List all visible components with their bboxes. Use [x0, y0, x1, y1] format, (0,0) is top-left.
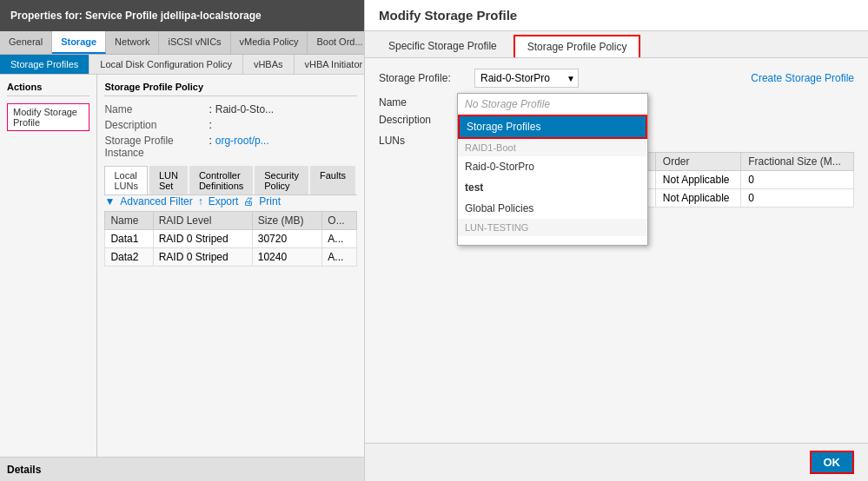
tab-boot[interactable]: Boot Ord... [308, 31, 364, 54]
rcol-frac: Fractional Size (M... [741, 153, 854, 171]
storage-policy-title: Storage Profile Policy [104, 82, 357, 96]
policy-name-label: Name [104, 103, 209, 115]
tab-iscsi[interactable]: iSCSI vNICs [159, 31, 230, 54]
table-toolbar: ▼ Advanced Filter ↑ Export 🖨 Print [104, 195, 357, 208]
inner-tabs: Local LUNs LUN Set Controller Definition… [104, 166, 357, 195]
left-header: Properties for: Service Profile jdellipa… [0, 0, 364, 31]
storage-profile-dropdown[interactable]: Raid-0-StorPro ▼ [474, 69, 579, 88]
toolbar-separator: ↑ [198, 195, 203, 208]
dropdown-item-lun-testing[interactable] [458, 236, 647, 245]
tab-storage[interactable]: Storage [52, 31, 106, 54]
rcol-order: Order [655, 153, 740, 171]
dropdown-item-raid1-boot[interactable]: Raid-0-StorPro [458, 156, 647, 177]
main-tab-bar: General Storage Network iSCSI vNICs vMed… [0, 31, 364, 55]
inner-tab-lun-set[interactable]: LUN Set [149, 166, 188, 194]
modify-storage-profile-button[interactable]: Modify Storage Profile [7, 103, 89, 131]
sub-tab-storage-profiles[interactable]: Storage Profiles [0, 55, 89, 74]
inner-tab-security[interactable]: Security Policy [255, 166, 308, 194]
filter-icon: ▼ [104, 195, 115, 208]
row-size: 10240 [252, 248, 322, 267]
rrow-order: Not Applicable [655, 171, 740, 189]
sub-tab-vhba-initiator[interactable]: vHBA Initiator Grou... [295, 55, 365, 74]
col-name: Name [105, 212, 153, 230]
left-panel: Properties for: Service Profile jdellipa… [0, 0, 365, 481]
col-raid: RAID Level [153, 212, 252, 230]
dropdown-display[interactable]: Raid-0-StorPro [474, 69, 579, 88]
row-other: A... [322, 248, 357, 267]
row-name: Data2 [105, 248, 153, 267]
panel-content: Actions Modify Storage Profile Storage P… [0, 75, 364, 457]
tab-network[interactable]: Network [106, 31, 159, 54]
policy-desc-label: Description [104, 119, 209, 131]
dropdown-section-storage-profiles: RAID1-Boot [458, 139, 647, 156]
table-row[interactable]: Data2 RAID 0 Striped 10240 A... [105, 248, 357, 267]
ok-btn-bar: OK [365, 443, 868, 481]
dropdown-item-raid0-storpro[interactable]: test [458, 177, 647, 198]
policy-name-value: Raid-0-Sto... [215, 103, 274, 115]
row-other: A... [322, 230, 357, 248]
right-header-title: Modify Storage Profile [365, 0, 868, 31]
row-size: 30720 [252, 230, 322, 248]
row-raid: RAID 0 Striped [153, 230, 252, 248]
inner-tab-controller[interactable]: Controller Definitions [189, 166, 253, 194]
policy-instance-label: Storage Profile Instance [104, 135, 209, 159]
ok-button[interactable]: OK [810, 451, 855, 474]
print-icon: 🖨 [243, 195, 254, 208]
dropdown-item-test[interactable]: Global Policies [458, 198, 647, 219]
export-button[interactable]: Export [209, 195, 239, 208]
dropdown-hint: No Storage Profile [458, 94, 647, 115]
details-bar: Details [0, 457, 364, 481]
actions-title: Actions [7, 82, 89, 96]
tab-general[interactable]: General [0, 31, 52, 54]
storage-policy-panel: Storage Profile Policy Name : Raid-0-Sto… [97, 75, 364, 457]
table-row[interactable]: Data1 RAID 0 Striped 30720 A... [105, 230, 357, 248]
rrow-frac: 0 [741, 171, 854, 189]
rrow-frac: 0 [741, 189, 854, 208]
storage-profile-dropdown-overlay: No Storage Profile Storage Profiles RAID… [457, 93, 648, 246]
actions-panel: Actions Modify Storage Profile [0, 75, 97, 457]
tab-vmedia[interactable]: vMedia Policy [231, 31, 308, 54]
create-storage-profile-link[interactable]: Create Storage Profile [751, 72, 854, 84]
details-label: Details [7, 464, 41, 476]
sub-tab-vhbas[interactable]: vHBAs [243, 55, 295, 74]
row-raid: RAID 0 Striped [153, 248, 252, 267]
sub-tab-local-disk[interactable]: Local Disk Configuration Policy [89, 55, 243, 74]
row-name: Data1 [105, 230, 153, 248]
left-header-title: Properties for: Service Profile jdellipa… [10, 10, 262, 22]
inner-tab-local-luns[interactable]: Local LUNs [104, 166, 148, 194]
right-tab-bar: Specific Storage Profile Storage Profile… [365, 31, 868, 58]
policy-instance-value[interactable]: org-root/p... [215, 135, 269, 147]
inner-tab-faults[interactable]: Faults [310, 166, 355, 194]
col-other: O... [322, 212, 357, 230]
tab-specific-storage[interactable]: Specific Storage Profile [375, 35, 510, 57]
right-panel: Modify Storage Profile Specific Storage … [365, 0, 868, 481]
dropdown-section-global: LUN-TESTING [458, 219, 647, 236]
col-size: Size (MB) [252, 212, 322, 230]
storage-profile-row: Storage Profile: Raid-0-StorPro ▼ Create… [379, 69, 854, 88]
right-content: Storage Profile: Raid-0-StorPro ▼ Create… [365, 58, 868, 443]
advanced-filter-button[interactable]: Advanced Filter [120, 195, 192, 208]
dropdown-item-no-profile[interactable]: Storage Profiles [458, 115, 647, 139]
print-button[interactable]: Print [259, 195, 281, 208]
tab-storage-profile-policy[interactable]: Storage Profile Policy [514, 35, 641, 57]
sub-tab-bar: Storage Profiles Local Disk Configuratio… [0, 55, 364, 75]
rrow-order: Not Applicable [655, 189, 740, 208]
local-luns-table: Name RAID Level Size (MB) O... Data1 RAI… [104, 211, 357, 267]
storage-profile-label: Storage Profile: [379, 72, 474, 84]
